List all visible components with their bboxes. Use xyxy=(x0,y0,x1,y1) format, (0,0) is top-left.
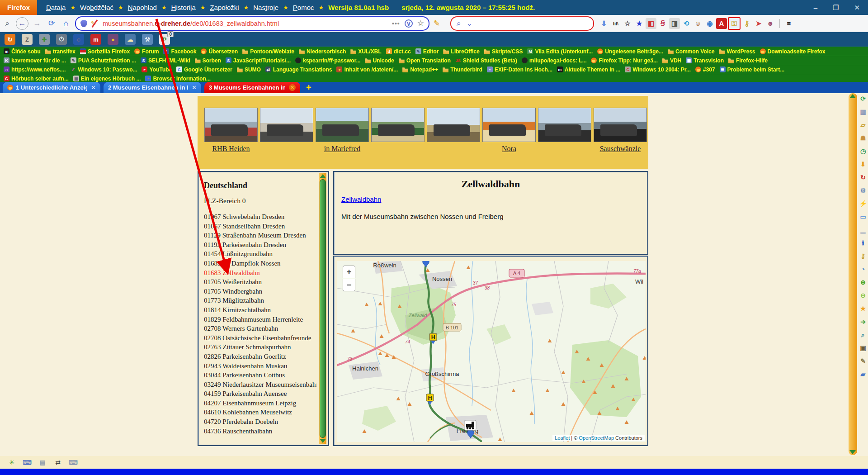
input-method-icon[interactable]: ⌨ xyxy=(69,458,78,467)
bookmark-item[interactable]: Skripte/CSS xyxy=(484,48,523,55)
rail-list-item[interactable]: 01705 Windbergbahn xyxy=(204,287,316,296)
bookmark-item[interactable]: LibreOffice xyxy=(443,48,479,55)
url-bar[interactable]: ✎ museumsbahnen.u-dreher.de/de0/01683_ze… xyxy=(75,16,429,31)
page-scroll-up-icon[interactable] xyxy=(849,94,856,98)
page-scrollbar[interactable] xyxy=(849,93,857,455)
list-scrollbar[interactable] xyxy=(319,173,326,444)
rail-list-item[interactable]: 01454 Lößnitzgrundbahn xyxy=(204,249,316,259)
train-photo[interactable] xyxy=(204,108,258,142)
downloads-icon[interactable]: ⇩ xyxy=(599,18,609,29)
rail-list-item[interactable]: 01773 Müglitztalbahn xyxy=(204,296,316,305)
colorzilla-icon[interactable]: ● xyxy=(108,34,118,45)
scrapbook-icon[interactable]: ↻ xyxy=(5,34,15,45)
osm-link[interactable]: OpenStreetMap xyxy=(579,435,614,441)
bookmark-item[interactable]: ▸YouTube xyxy=(142,66,172,73)
url-text[interactable]: museumsbahnen.u-dreher.de/de0/01683_zell… xyxy=(103,20,392,27)
menu-nastroje[interactable]: Nastroje xyxy=(251,3,280,12)
camera-icon[interactable]: ▣ xyxy=(859,343,868,352)
reload-button[interactable]: ⟳ xyxy=(46,18,57,29)
rail-list-item[interactable]: 02708 Ostsächsische Eisenbahnfreunde xyxy=(204,333,316,343)
bookmark-item[interactable]: Common Voice xyxy=(668,48,714,55)
search-bar[interactable]: ⌕ ⌄ xyxy=(450,16,594,31)
zellwaldbahn-link[interactable]: Zellwaldbahn xyxy=(341,195,381,203)
scroll-up-icon[interactable] xyxy=(320,174,326,178)
bookmark-item[interactable]: ddict.cc xyxy=(386,48,411,55)
radio-icon[interactable]: ◉ xyxy=(704,18,715,29)
bookmark-item[interactable]: VDH xyxy=(662,57,681,64)
list-scrollbar-thumb[interactable] xyxy=(320,179,326,438)
train-photo[interactable] xyxy=(594,108,647,142)
thumb-caption-link[interactable]: RHB Heiden xyxy=(212,145,250,153)
keyboard-icon[interactable]: ⌨ xyxy=(23,458,32,467)
search-tabs-icon[interactable]: ⌕ xyxy=(1,18,13,29)
firefox-icon[interactable]: ◌ xyxy=(73,34,84,45)
clock-minus-icon[interactable]: ◔ xyxy=(859,265,868,274)
page-source-icon[interactable]: ▤ xyxy=(38,458,47,467)
bookmark-item[interactable]: ▦Transvision xyxy=(686,57,724,64)
bookmark-item[interactable]: Ungelesene Beiträge... xyxy=(597,48,663,55)
train-photo[interactable] xyxy=(316,108,369,142)
bookmark-item[interactable]: SJavaScript/Tutorials/... xyxy=(226,57,291,64)
thumb-caption-link[interactable]: Sauschwänzle xyxy=(600,145,641,153)
rail-list-item[interactable]: 03044 Parkeisenbahn Cottbus xyxy=(204,370,316,380)
translate-icon[interactable]: A xyxy=(716,18,727,29)
url-overflow-icon[interactable]: ••• xyxy=(392,20,400,27)
firefox-app-button[interactable]: Firefox xyxy=(0,0,37,15)
forward-button[interactable]: → xyxy=(31,18,43,29)
rail-list-item[interactable]: 04610 Kohlebahnen Meuselwitz xyxy=(204,408,316,417)
bookmark-item[interactable]: Unicode xyxy=(365,57,394,64)
bookmark-item[interactable]: Forum xyxy=(134,48,159,55)
zoom-out-button[interactable]: − xyxy=(343,279,355,291)
bookmark-item[interactable]: ▪EXIF-Daten ins Hoch... xyxy=(487,66,552,73)
screenshot-icon[interactable]: ✚ xyxy=(39,34,50,45)
bookmark-item[interactable]: ∩https://www.neffos.... xyxy=(4,66,66,73)
greasemonkey-icon[interactable]: ☺ xyxy=(693,18,703,29)
bookmark-item[interactable]: ●Inhalt von /dateien/... xyxy=(336,66,398,73)
rail-list-item[interactable]: 02826 Parkeisenbahn Goerlitz xyxy=(204,352,316,361)
tab-close-icon[interactable]: ✕ xyxy=(91,84,96,91)
redirect-block-icon[interactable]: ➤ xyxy=(753,18,764,29)
menu-button[interactable]: ≡ xyxy=(783,18,794,29)
bookmark-item[interactable]: #307 xyxy=(695,66,715,73)
bookmark-item[interactable]: ◔Browser Information... xyxy=(145,76,210,82)
rail-list-item[interactable]: 01067 Schwebebahn Dresden xyxy=(204,212,316,222)
rail-list-item[interactable]: 04159 Parkeisenbahn Auensee xyxy=(204,389,316,399)
restore-button[interactable]: ❐ xyxy=(833,4,839,12)
rail-list-item[interactable]: 01683 IG Dampflok Nossen xyxy=(204,259,316,268)
bookmark-item[interactable]: mČińće sobu xyxy=(4,48,41,55)
bookmark-item[interactable]: Niedersorbisch xyxy=(299,48,346,55)
train-photo[interactable] xyxy=(371,108,425,142)
card-icon[interactable]: ▦ xyxy=(859,107,868,116)
train-photo[interactable] xyxy=(538,108,591,142)
bookmark-item[interactable]: CWindows 10 2004: Pr... xyxy=(625,66,691,73)
rail-list-item[interactable]: 03249 Niederlausitzer Museumseisenbahn xyxy=(204,380,316,390)
bookmark-item[interactable]: Übersetzen xyxy=(201,48,238,55)
wrench-icon[interactable]: ⚒ xyxy=(142,34,153,45)
info-icon[interactable]: ℹ xyxy=(859,238,868,247)
tab-close-icon[interactable]: ✕ xyxy=(289,84,296,91)
password-tool-icon[interactable]: ⚿ xyxy=(728,17,741,30)
page-scroll-down-icon[interactable] xyxy=(849,450,856,454)
minus-icon[interactable]: ⊖ xyxy=(859,291,868,300)
gears-icon[interactable]: ⚙ xyxy=(859,186,868,195)
search-globe-icon[interactable]: ⌕ xyxy=(859,330,868,339)
bookmark-item[interactable]: MVila Edita (Unterkunf... xyxy=(527,48,593,55)
back-button[interactable]: ← xyxy=(16,17,28,30)
sync-icon[interactable]: ⟳ xyxy=(859,94,868,103)
menu-napohlad[interactable]: Napohlad xyxy=(126,3,159,12)
minimize-icon[interactable]: ▁ xyxy=(859,225,868,234)
sync-icon[interactable]: ⟲ xyxy=(681,18,692,29)
clock-icon[interactable]: ◷ xyxy=(859,147,868,156)
containers-icon[interactable]: ☻ xyxy=(765,18,776,29)
sidebar-icon[interactable]: ◨ xyxy=(669,18,680,29)
folder-new-icon[interactable]: ▱ xyxy=(859,120,868,129)
bookmark-item[interactable]: milupo/legal-docs: L... xyxy=(522,57,587,64)
stylish-icon[interactable]: Ꞩ xyxy=(657,18,668,29)
bookmark-item[interactable]: kspearrin/ff-passwor... xyxy=(295,57,360,64)
leaflet-map[interactable]: 373875747377aA 4B 101RoßweinNossenHainic… xyxy=(337,261,646,442)
bookmark-item[interactable]: ⇄Language Translations xyxy=(265,66,332,73)
rail-list-item[interactable]: 02763 Zittauer Schmalspurbahn xyxy=(204,342,316,352)
key-add-icon[interactable]: ⚷ xyxy=(859,252,868,261)
rail-list-item[interactable]: 01814 Kirnitzschtalbahn xyxy=(204,305,316,315)
star-outline-icon[interactable]: ☆ xyxy=(622,18,633,29)
